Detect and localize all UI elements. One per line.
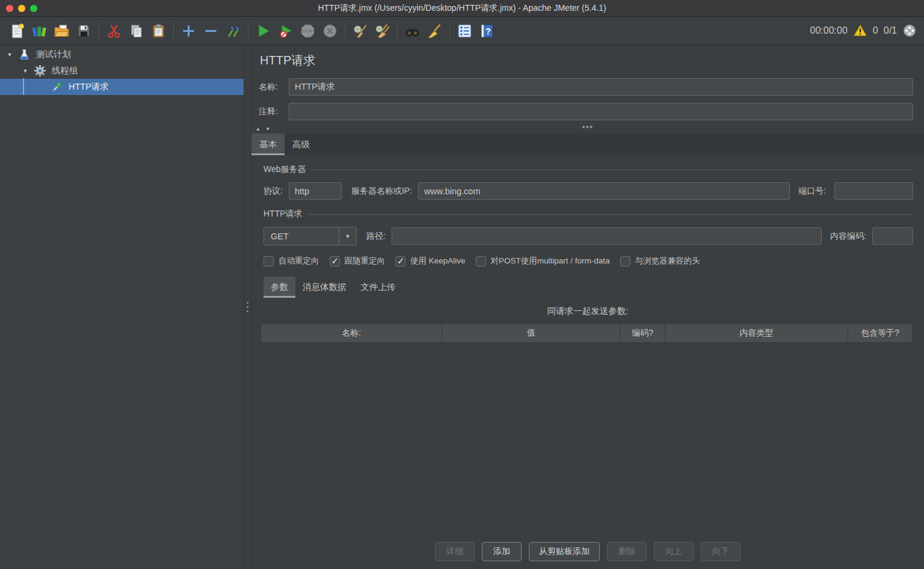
checkbox-unchecked[interactable] [620, 256, 630, 266]
toolbar: STOP ? 00:00:00 0 0/1 [0, 17, 924, 45]
expand-all-icon[interactable] [177, 20, 200, 42]
checkbox-checked[interactable] [395, 256, 405, 266]
comment-input[interactable] [289, 103, 913, 120]
title-bar: HTTP请求.jmx (/Users/cyyin/Desktop/HTTP请求.… [0, 0, 924, 17]
name-input[interactable] [289, 78, 913, 96]
protocol-input[interactable] [289, 182, 342, 200]
toolbar-separator [345, 23, 345, 39]
delete-button[interactable]: 删除 [607, 542, 647, 561]
add-from-clipboard-button[interactable]: 从剪贴板添加 [529, 542, 600, 561]
web-server-group-label: Web服务器 [263, 164, 306, 175]
toolbar-separator [99, 23, 99, 39]
group-divider [312, 170, 913, 170]
test-plan-flask-icon [18, 48, 31, 61]
checkbox-unchecked[interactable] [263, 256, 274, 266]
stop-icon[interactable]: STOP [297, 20, 319, 42]
function-helper-icon[interactable] [454, 20, 476, 42]
new-icon[interactable] [6, 20, 28, 42]
checkbox-unchecked[interactable] [476, 256, 486, 266]
params-table-body-empty [251, 343, 924, 538]
page-title: HTTP请求 [260, 52, 913, 69]
column-header-encode: 编码? [620, 324, 665, 343]
paste-icon[interactable] [147, 20, 170, 42]
server-input[interactable] [418, 182, 790, 200]
option-browser-compatible-headers[interactable]: 与浏览器兼容的头 [620, 256, 700, 266]
http-sampler-dropper-icon [51, 81, 63, 93]
toggle-icon[interactable] [222, 20, 244, 42]
help-icon[interactable]: ? [476, 20, 498, 42]
warning-icon[interactable] [853, 23, 867, 38]
chevron-down-icon[interactable]: ▼ [21, 68, 29, 74]
checkbox-checked[interactable] [330, 256, 340, 266]
copy-icon[interactable] [125, 20, 147, 42]
comment-label: 注释: [259, 106, 289, 117]
toolbar-separator [173, 23, 174, 39]
content-encoding-input[interactable] [872, 227, 913, 245]
add-button[interactable]: 添加 [482, 542, 522, 561]
path-input[interactable] [392, 227, 822, 245]
tree-item-label: 测试计划 [36, 49, 71, 60]
chevron-down-icon[interactable]: ▼ [339, 227, 356, 245]
group-divider [308, 214, 913, 215]
content-encoding-label: 内容编码: [830, 231, 866, 242]
tab-advanced[interactable]: 高级 [285, 134, 318, 155]
params-buttons: 详细 添加 从剪贴板添加 删除 向上 向下 [251, 538, 924, 569]
collapse-all-icon[interactable] [200, 20, 222, 42]
tab-files-upload[interactable]: 文件上传 [354, 277, 403, 298]
save-icon[interactable] [73, 20, 95, 42]
tab-basic[interactable]: 基本 [251, 134, 285, 155]
path-label: 路径: [366, 231, 386, 242]
svg-text:STOP: STOP [303, 29, 313, 33]
chevron-down-icon[interactable]: ▼ [5, 52, 14, 58]
traffic-lights [6, 5, 37, 12]
down-button[interactable]: 向下 [701, 542, 741, 561]
remote-indicator-icon [902, 23, 917, 38]
vertical-splitter[interactable] [244, 45, 251, 569]
window-title: HTTP请求.jmx (/Users/cyyin/Desktop/HTTP请求.… [0, 3, 924, 14]
splitter-grip-icon: ••• [582, 121, 594, 132]
close-window-button[interactable] [6, 5, 13, 12]
port-input[interactable] [834, 182, 913, 200]
cut-icon[interactable] [103, 20, 125, 42]
option-auto-redirect[interactable]: 自动重定向 [263, 256, 319, 266]
detail-button[interactable]: 详细 [435, 542, 475, 561]
open-icon[interactable] [51, 20, 73, 42]
tab-parameters[interactable]: 参数 [263, 277, 295, 298]
option-use-keepalive[interactable]: 使用 KeepAlive [395, 256, 466, 266]
request-options: 自动重定向 跟随重定向 使用 KeepAlive 对POST使用mul [263, 256, 913, 266]
clear-all-icon[interactable] [371, 20, 393, 42]
body-tabs: 参数 消息体数据 文件上传 [263, 277, 924, 298]
up-button[interactable]: 向上 [654, 542, 694, 561]
name-label: 名称: [259, 82, 289, 93]
shutdown-icon[interactable] [319, 20, 341, 42]
protocol-label: 协议: [263, 186, 283, 197]
splitter-collapse-arrows[interactable]: ▲ ▼ [256, 126, 272, 132]
params-table-caption: 同请求一起发送参数: [251, 306, 924, 317]
tree-item-label: HTTP请求 [69, 81, 109, 93]
option-multipart-form-data[interactable]: 对POST使用multipart / form-data [476, 256, 610, 266]
tab-body-data[interactable]: 消息体数据 [295, 277, 354, 298]
http-request-panel: HTTP请求 名称: 注释: ▲ ▼ ••• 基本 高级 [251, 45, 924, 569]
start-no-timers-icon[interactable] [274, 20, 297, 42]
clear-icon[interactable] [349, 20, 371, 42]
toolbar-separator [248, 23, 248, 39]
thread-group-gear-icon [34, 64, 46, 77]
search-icon[interactable] [401, 20, 424, 42]
tree-item-label: 线程组 [52, 65, 78, 76]
minimize-window-button[interactable] [18, 5, 25, 12]
option-follow-redirects[interactable]: 跟随重定向 [330, 256, 386, 266]
templates-icon[interactable] [28, 20, 51, 42]
tree-item-http-request[interactable]: HTTP请求 [0, 79, 244, 95]
horizontal-splitter[interactable]: ▲ ▼ ••• [251, 125, 924, 134]
toolbar-separator [449, 23, 450, 39]
search-reset-icon[interactable] [424, 20, 446, 42]
jmeter-window: HTTP请求.jmx (/Users/cyyin/Desktop/HTTP请求.… [0, 0, 924, 569]
tree-guide-line [23, 78, 24, 95]
elapsed-time: 00:00:00 [810, 25, 848, 36]
zoom-window-button[interactable] [30, 5, 37, 12]
test-plan-tree: ▼ 测试计划 ▼ 线程组 HTTP请求 [0, 45, 244, 569]
method-select[interactable]: GET ▼ [263, 227, 357, 245]
start-icon[interactable] [252, 20, 274, 42]
tree-item-thread-group[interactable]: ▼ 线程组 [0, 63, 244, 79]
tree-item-test-plan[interactable]: ▼ 测试计划 [0, 46, 244, 63]
